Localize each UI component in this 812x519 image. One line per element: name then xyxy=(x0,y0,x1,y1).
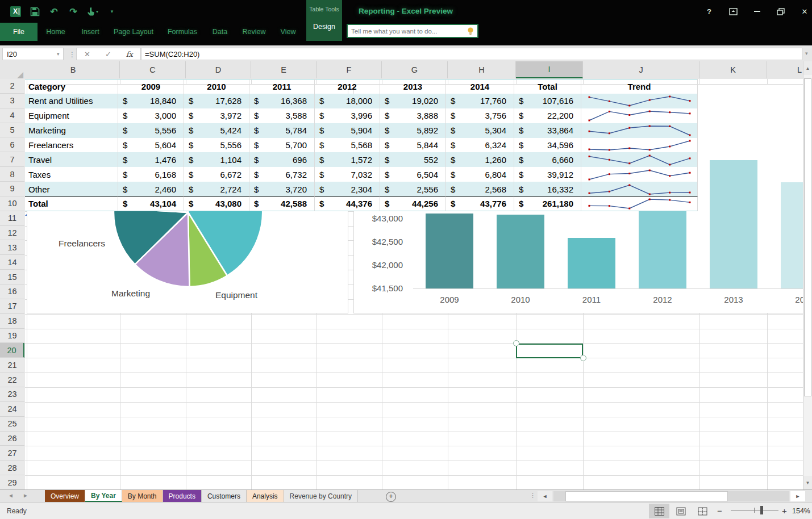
select-all-corner[interactable]: ◢ xyxy=(0,61,26,79)
row-header-2[interactable]: 2 xyxy=(0,79,24,94)
new-sheet-button[interactable]: + xyxy=(386,492,396,502)
table-cell[interactable]: $6,660 xyxy=(514,152,581,167)
ribbon-tab-page-layout[interactable]: Page Layout xyxy=(114,28,153,36)
row-header-4[interactable]: 4 xyxy=(0,108,24,123)
table-cell[interactable]: $6,504 xyxy=(380,167,446,182)
row-header-6[interactable]: 6 xyxy=(0,137,24,152)
table-cell[interactable] xyxy=(581,94,698,108)
table-cell[interactable]: $5,700 xyxy=(249,138,315,153)
table-cell[interactable]: $3,000 xyxy=(118,108,184,123)
table-cell[interactable]: $22,200 xyxy=(514,108,581,123)
table-cell[interactable]: $44,376 xyxy=(315,196,380,211)
table-header-category[interactable]: Category xyxy=(25,79,118,94)
table-cell[interactable] xyxy=(581,123,698,138)
table-cell[interactable]: $6,168 xyxy=(118,167,184,182)
table-cell[interactable]: $5,892 xyxy=(380,123,446,138)
sheet-tab-by-year[interactable]: By Year xyxy=(85,490,122,502)
tab-design[interactable]: Design xyxy=(306,23,342,31)
table-cell[interactable]: $5,784 xyxy=(249,123,315,138)
table-header-2009[interactable]: 2009 xyxy=(118,79,184,94)
ribbon-tab-insert[interactable]: Insert xyxy=(81,28,99,36)
bar-2014[interactable] xyxy=(781,182,803,288)
row-header-19[interactable]: 19 xyxy=(0,329,24,344)
table-header-2014[interactable]: 2014 xyxy=(446,79,514,94)
table-cell[interactable]: $552 xyxy=(380,152,446,167)
row-header-8[interactable]: 8 xyxy=(0,167,24,182)
table-cell[interactable]: $2,304 xyxy=(315,182,380,196)
table-header-trend[interactable]: Trend xyxy=(581,79,698,94)
selected-cell-I20[interactable] xyxy=(516,344,583,358)
row-header-5[interactable]: 5 xyxy=(0,123,24,138)
row-header-22[interactable]: 22 xyxy=(0,372,24,387)
table-cell[interactable]: $33,864 xyxy=(514,123,581,138)
table-cell[interactable]: Equipment xyxy=(25,108,118,123)
table-cell[interactable]: $18,840 xyxy=(118,94,184,108)
zoom-level[interactable]: 154% xyxy=(792,507,810,515)
page-break-view-icon[interactable] xyxy=(692,504,713,518)
row-header-14[interactable]: 14 xyxy=(0,255,24,270)
restore-icon[interactable] xyxy=(772,5,790,18)
row-header-13[interactable]: 13 xyxy=(0,240,24,255)
ribbon-tab-review[interactable]: Review xyxy=(243,28,266,36)
name-box[interactable]: ▾ xyxy=(2,48,64,60)
excel-logo-icon[interactable]: X xyxy=(6,5,25,18)
bar-2010[interactable] xyxy=(497,215,544,288)
table-cell[interactable]: $6,732 xyxy=(249,167,315,182)
normal-view-icon[interactable] xyxy=(649,504,669,518)
table-cell[interactable]: $1,572 xyxy=(315,152,380,167)
table-cell[interactable] xyxy=(581,196,698,211)
row-header-24[interactable]: 24 xyxy=(0,402,24,417)
table-cell[interactable]: $3,996 xyxy=(315,108,380,123)
table-cell[interactable]: $5,844 xyxy=(380,138,446,153)
table-cell[interactable]: $16,332 xyxy=(514,182,581,196)
undo-icon[interactable]: ↶ xyxy=(44,5,64,18)
row-header-17[interactable]: 17 xyxy=(0,299,24,314)
column-header-H[interactable]: H xyxy=(448,61,516,78)
table-cell[interactable]: $3,720 xyxy=(249,182,315,196)
sheet-tab-customers[interactable]: Customers xyxy=(202,490,247,502)
table-cell[interactable]: $17,628 xyxy=(184,94,249,108)
table-cell[interactable]: Marketing xyxy=(25,123,118,138)
table-header-2013[interactable]: 2013 xyxy=(380,79,446,94)
table-cell[interactable]: $2,556 xyxy=(380,182,446,196)
sheet-tab-by-month[interactable]: By Month xyxy=(122,490,163,502)
table-cell[interactable]: $34,596 xyxy=(514,138,581,153)
table-header-2011[interactable]: 2011 xyxy=(249,79,315,94)
enter-icon[interactable]: ✓ xyxy=(105,50,111,58)
ribbon-tab-data[interactable]: Data xyxy=(213,28,227,36)
table-cell[interactable]: Travel xyxy=(25,152,118,167)
insert-function-icon[interactable]: fx xyxy=(126,50,133,58)
table-cell[interactable]: $42,588 xyxy=(249,196,315,211)
table-cell[interactable]: $5,604 xyxy=(118,138,184,153)
row-header-18[interactable]: 18 xyxy=(0,314,24,329)
table-cell[interactable]: $17,760 xyxy=(446,94,514,108)
table-cell[interactable]: $3,588 xyxy=(249,108,315,123)
row-header-9[interactable]: 9 xyxy=(0,182,24,196)
table-cell[interactable]: $5,556 xyxy=(184,138,249,153)
scroll-up-icon[interactable]: ▲ xyxy=(803,61,812,75)
table-cell[interactable]: $261,180 xyxy=(514,196,581,211)
table-cell[interactable]: $43,104 xyxy=(118,196,184,211)
bar-2011[interactable] xyxy=(568,238,615,288)
sheet-grid[interactable]: CategoriesRent andUtilitiesEquipmentMark… xyxy=(25,79,803,489)
table-header-2010[interactable]: 2010 xyxy=(184,79,249,94)
zoom-slider-track[interactable] xyxy=(731,510,778,510)
ribbon-tab-formulas[interactable]: Formulas xyxy=(168,28,197,36)
row-header-12[interactable]: 12 xyxy=(0,226,24,241)
table-header-total[interactable]: Total xyxy=(514,79,581,94)
column-header-F[interactable]: F xyxy=(317,61,382,78)
selection-handle-top[interactable] xyxy=(513,340,519,346)
table-header-2012[interactable]: 2012 xyxy=(315,79,380,94)
row-header-11[interactable]: 11 xyxy=(0,211,24,226)
table-cell[interactable]: $18,000 xyxy=(315,94,380,108)
table-cell[interactable]: $16,368 xyxy=(249,94,315,108)
ribbon-tab-view[interactable]: View xyxy=(281,28,296,36)
table-cell[interactable]: Total xyxy=(25,196,118,211)
name-box-input[interactable] xyxy=(3,50,52,58)
table-cell[interactable]: Freelancers xyxy=(25,138,118,153)
row-header-29[interactable]: 29 xyxy=(0,475,24,489)
ribbon-display-options-icon[interactable] xyxy=(724,5,742,18)
vertical-scrollbar[interactable]: ▲ ▼ xyxy=(803,61,812,489)
column-header-K[interactable]: K xyxy=(699,61,767,78)
row-header-3[interactable]: 3 xyxy=(0,94,24,108)
